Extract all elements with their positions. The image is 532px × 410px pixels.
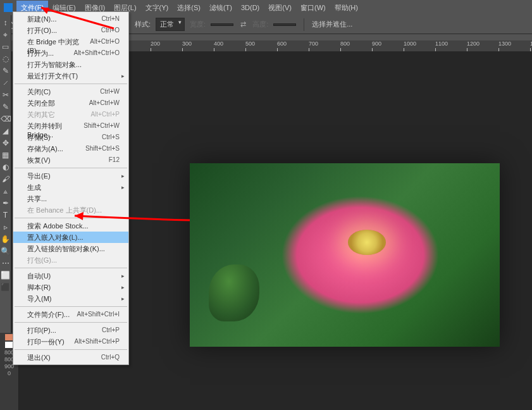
menu-item-label: 自动(U)	[27, 271, 51, 280]
menu-separator	[15, 168, 127, 168]
menu-item-label: 打印一份(Y)	[27, 337, 65, 346]
menu-separator	[15, 268, 127, 268]
file-menu-item-7[interactable]: 关闭(C)Ctrl+W	[13, 86, 128, 97]
menu-item-label: 存储(S)	[27, 133, 51, 142]
ruler-tick: 200	[151, 40, 160, 47]
menu-item-label: 打开(O)...	[27, 26, 57, 35]
file-menu-item-4[interactable]: 打开为智能对象...	[13, 59, 128, 70]
menu-item-label: 最近打开文件(T)	[27, 71, 78, 80]
h-label: 高度:	[252, 20, 268, 29]
menu-item-label: 关闭(C)	[27, 87, 51, 96]
menu-item-label: 打开为智能对象...	[27, 60, 82, 69]
tool-15[interactable]: ✒	[1, 198, 11, 208]
file-menu-item-21[interactable]: 置入嵌入对象(L)...	[13, 232, 128, 243]
style-dropdown[interactable]: 正常	[156, 18, 185, 31]
menu-item-label: 关闭并转到 Bridge...	[27, 121, 84, 130]
file-menu-item-11[interactable]: 存储(S)Ctrl+S	[13, 132, 128, 143]
file-menu-item-22[interactable]: 置入链接的智能对象(K)...	[13, 243, 128, 254]
file-menu-item-0[interactable]: 新建(N)...Ctrl+N	[13, 13, 128, 25]
link-wh-icon[interactable]: ⇄	[238, 20, 247, 28]
info-val-3: 0	[0, 370, 18, 376]
menu-item-label: 退出(X)	[27, 353, 51, 362]
file-menu-item-20[interactable]: 搜索 Adobe Stock...	[13, 220, 128, 232]
menu-item-10[interactable]: 帮助(H)	[330, 1, 362, 15]
menu-item-label: 恢复(V)	[27, 156, 51, 165]
tool-6[interactable]: ✂	[1, 90, 11, 100]
tool-2[interactable]: ▭	[1, 42, 11, 52]
file-menu-item-16[interactable]: 生成	[13, 182, 128, 193]
tool-3[interactable]: ◌	[1, 54, 11, 64]
ruler-tick: 900	[372, 40, 381, 47]
select-and-mask-button[interactable]: 选择并遮住...	[312, 20, 352, 29]
file-menu-item-10[interactable]: 关闭并转到 Bridge...Shift+Ctrl+W	[13, 120, 128, 132]
menu-item-shortcut: Alt+Ctrl+O	[90, 37, 120, 46]
ruler-tick: 600	[277, 40, 287, 47]
ruler-tick: 800	[340, 40, 350, 47]
file-menu-item-3[interactable]: 打开为...Alt+Shift+Ctrl+O	[13, 47, 128, 59]
tool-22[interactable]: ⬛	[1, 282, 11, 292]
tool-4[interactable]: ✎	[1, 66, 11, 76]
menu-item-shortcut: Ctrl+O	[101, 26, 120, 35]
menu-item-4[interactable]: 文字(Y)	[141, 1, 173, 15]
tool-19[interactable]: 🔍	[1, 246, 11, 256]
menu-separator	[15, 218, 127, 218]
menu-separator	[15, 306, 127, 307]
file-menu-item-34[interactable]: 退出(X)Ctrl+Q	[13, 352, 128, 363]
menu-item-label: 搜索 Adobe Stock...	[27, 221, 89, 230]
menu-item-7[interactable]: 3D(D)	[237, 1, 264, 15]
menu-item-8[interactable]: 视图(V)	[264, 1, 296, 15]
file-menu-item-26[interactable]: 脚本(R)	[13, 282, 128, 293]
tool-10[interactable]: ✥	[1, 138, 11, 148]
tool-12[interactable]: ◐	[1, 162, 11, 172]
ruler-tick: 1200	[467, 40, 479, 47]
file-menu-item-8[interactable]: 关闭全部Alt+Ctrl+W	[13, 97, 128, 109]
tool-14[interactable]: ⟁	[1, 186, 11, 196]
menu-separator	[15, 84, 127, 84]
file-menu-item-2[interactable]: 在 Bridge 中浏览(B)...Alt+Ctrl+O	[13, 36, 128, 47]
menu-item-shortcut: Alt+Shift+Ctrl+O	[73, 49, 120, 58]
tool-0[interactable]: ↕	[1, 18, 11, 28]
file-menu-item-15[interactable]: 导出(E)	[13, 170, 128, 182]
file-menu-item-5[interactable]: 最近打开文件(T)	[13, 70, 128, 82]
menu-item-label: 新建(N)...	[27, 15, 56, 23]
menu-item-shortcut: Shift+Ctrl+W	[84, 121, 120, 130]
menu-item-9[interactable]: 窗口(W)	[296, 1, 330, 15]
menu-item-6[interactable]: 滤镜(T)	[205, 1, 237, 15]
file-menu-item-1[interactable]: 打开(O)...Ctrl+O	[13, 25, 128, 36]
tool-7[interactable]: ✎	[1, 102, 11, 112]
menu-item-shortcut: Alt+Shift+Ctrl+I	[77, 310, 120, 319]
ruler-tick: 1000	[404, 40, 416, 47]
file-menu-item-29[interactable]: 文件简介(F)...Alt+Shift+Ctrl+I	[13, 309, 128, 320]
menu-item-label: 在 Behance 上共享(D)...	[27, 206, 102, 214]
file-menu-item-13[interactable]: 恢复(V)F12	[13, 154, 128, 166]
tool-11[interactable]: ▦	[1, 150, 11, 160]
tool-18[interactable]: ✋	[1, 234, 11, 244]
menu-item-5[interactable]: 选择(S)	[173, 1, 205, 15]
menu-item-shortcut: Ctrl+W	[100, 87, 120, 96]
tool-16[interactable]: T	[1, 210, 11, 220]
ruler-tick: 1300	[498, 40, 511, 47]
document-image[interactable]	[190, 163, 500, 347]
menu-item-label: 打包(G)...	[27, 256, 57, 264]
tool-20[interactable]: ⋯	[1, 258, 11, 268]
file-menu-item-32[interactable]: 打印一份(Y)Alt+Shift+Ctrl+P	[13, 336, 128, 347]
file-menu-item-17[interactable]: 共享...	[13, 193, 128, 204]
file-menu-item-31[interactable]: 打印(P)...Ctrl+P	[13, 325, 128, 336]
tool-5[interactable]: ⟋	[1, 78, 11, 88]
file-menu-item-25[interactable]: 自动(U)	[13, 270, 128, 282]
ps-app-icon	[4, 3, 13, 12]
ruler-tick: 400	[214, 40, 223, 47]
menu-item-shortcut: Ctrl+S	[102, 133, 120, 142]
tool-1[interactable]: ⌖	[1, 30, 11, 40]
width-field	[211, 23, 233, 26]
file-menu-item-27[interactable]: 导入(M)	[13, 293, 128, 304]
menu-item-shortcut: Shift+Ctrl+S	[85, 144, 120, 153]
file-menu-item-12[interactable]: 存储为(A)...Shift+Ctrl+S	[13, 143, 128, 154]
tool-9[interactable]: ◢	[1, 126, 11, 136]
tool-21[interactable]: ⬜	[1, 270, 11, 280]
tool-13[interactable]: 🖌	[1, 174, 11, 184]
menu-item-label: 生成	[27, 183, 41, 192]
tool-8[interactable]: ⌫	[1, 114, 11, 124]
tool-17[interactable]: ▹	[1, 222, 11, 232]
style-label: 样式:	[135, 20, 151, 29]
